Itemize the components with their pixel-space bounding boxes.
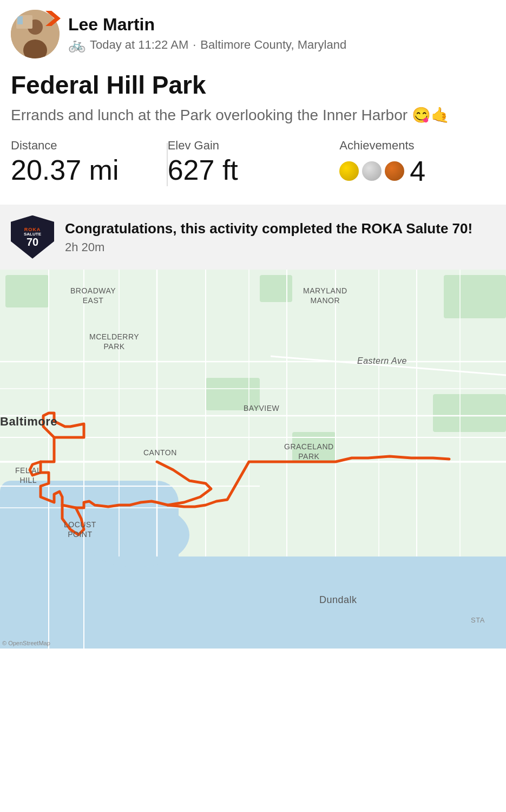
svg-rect-4 xyxy=(17,16,23,24)
map-label-maryland-manor: MARYLANDMANOR xyxy=(303,286,347,305)
map-label-broadway-east: BROADWAYEAST xyxy=(70,286,116,305)
activity-title-section: Federal Hill Park Errands and lunch at t… xyxy=(0,66,506,129)
elev-stat: Elev Gain 627 ft xyxy=(168,139,324,186)
challenge-banner[interactable]: ROKA SALUTE 70 Congratulations, this act… xyxy=(0,205,506,270)
distance-value: 20.37 mi xyxy=(11,155,167,186)
activity-title: Federal Hill Park xyxy=(11,71,495,99)
elev-value: 627 ft xyxy=(168,155,324,186)
silver-medal-icon xyxy=(362,161,382,181)
user-info: Lee Martin 🚲 Today at 11:22 AM · Baltimo… xyxy=(68,15,346,53)
activity-description: Errands and lunch at the Park overlookin… xyxy=(11,104,495,126)
badge-number-text: 70 xyxy=(24,236,41,247)
challenge-text: Congratulations, this activity completed… xyxy=(65,220,495,254)
map-label-mcelderry-park: MCELDERRYPARK xyxy=(89,332,139,351)
activity-meta: 🚲 Today at 11:22 AM · Baltimore County, … xyxy=(68,36,346,53)
map-label-bayview: BAYVIEW xyxy=(244,404,279,412)
map-label-dundalk: Dundalk xyxy=(319,594,357,606)
map-label-eastern-ave: Eastern Ave xyxy=(357,356,407,366)
stats-section: Distance 20.37 mi Elev Gain 627 ft Achie… xyxy=(0,129,506,196)
gold-medal-icon xyxy=(339,161,359,181)
map-label-canton: CANTON xyxy=(143,448,177,457)
challenge-title: Congratulations, this activity completed… xyxy=(65,220,495,238)
activity-route-svg xyxy=(0,270,506,649)
distance-stat: Distance 20.37 mi xyxy=(11,139,167,186)
achievements-stat: Achievements 4 xyxy=(323,139,495,187)
map-attribution: © OpenStreetMap xyxy=(2,640,50,646)
map-label-federal-hill: FEL ALHILL xyxy=(15,466,41,485)
avatar[interactable] xyxy=(11,10,60,58)
meta-dot: · xyxy=(193,38,196,52)
achievements-medals: 4 xyxy=(339,155,495,187)
challenge-badge-icon: ROKA SALUTE 70 xyxy=(11,215,54,259)
challenge-duration: 2h 20m xyxy=(65,240,495,254)
distance-label: Distance xyxy=(11,139,167,153)
map-label-graceland-park: GRACELANDPARK xyxy=(284,442,334,461)
post-container: Lee Martin 🚲 Today at 11:22 AM · Baltimo… xyxy=(0,0,506,649)
activity-location: Baltimore County, Maryland xyxy=(200,38,346,52)
elev-label: Elev Gain xyxy=(168,139,324,153)
post-header: Lee Martin 🚲 Today at 11:22 AM · Baltimo… xyxy=(0,0,506,66)
achievements-label: Achievements xyxy=(339,139,495,153)
bronze-medal-icon xyxy=(385,161,404,181)
map-label-locust-point: LOCUSTPOINT xyxy=(64,520,96,539)
map-section[interactable]: BROADWAYEAST MARYLANDMANOR MCELDERRYPARK… xyxy=(0,270,506,649)
bike-icon: 🚲 xyxy=(68,36,86,53)
map-label-sta: STA xyxy=(471,616,485,624)
user-name[interactable]: Lee Martin xyxy=(68,15,346,34)
map-label-baltimore: Baltimore xyxy=(0,415,57,429)
map-background: BROADWAYEAST MARYLANDMANOR MCELDERRYPARK… xyxy=(0,270,506,649)
achievements-count: 4 xyxy=(410,155,425,187)
activity-time: Today at 11:22 AM xyxy=(90,38,188,52)
